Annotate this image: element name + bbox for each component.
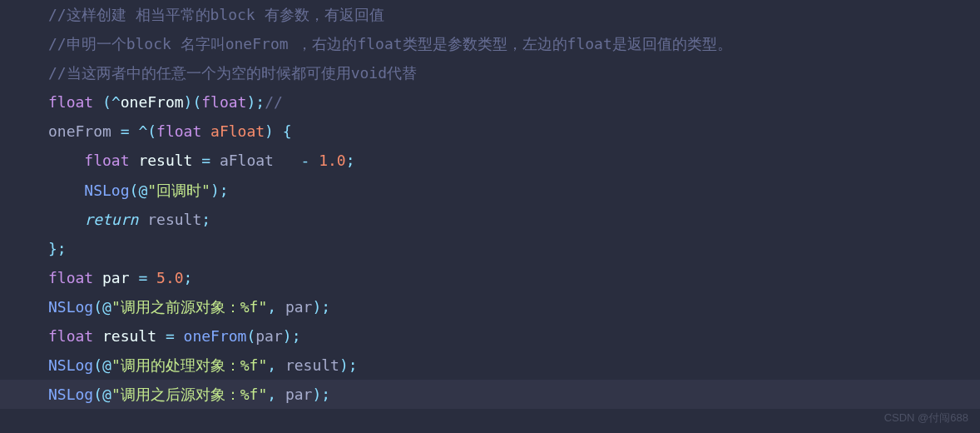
code-line: }; — [48, 234, 980, 263]
string: "调用之前源对象：%f" — [111, 298, 267, 316]
identifier: result — [130, 152, 202, 169]
text — [93, 93, 102, 111]
identifier: par — [255, 327, 283, 345]
space — [147, 269, 156, 286]
punct: )( — [184, 93, 202, 111]
string: "调用之后源对象：%f" — [111, 386, 267, 403]
operator: - — [300, 152, 309, 169]
operator: = — [138, 269, 147, 286]
identifier: oneFrom — [121, 93, 184, 111]
punct: ; — [184, 269, 193, 286]
identifier: result — [93, 327, 166, 345]
code-line: NSLog(@"回调时"); — [48, 176, 980, 205]
space — [175, 327, 184, 345]
punct: ; — [201, 211, 210, 228]
punct: }; — [48, 240, 67, 257]
code-line: oneFrom = ^(float aFloat) { — [48, 117, 980, 146]
code-line: //当这两者中的任意一个为空的时候都可使用void代替 — [48, 58, 980, 87]
operator: = — [201, 152, 210, 169]
function-call: NSLog — [84, 182, 129, 199]
keyword: float — [48, 269, 93, 286]
punct: ); — [283, 327, 301, 345]
function-call: NSLog — [48, 356, 93, 374]
punct: ); — [312, 298, 330, 316]
comment: // — [265, 93, 283, 111]
punct: , — [267, 386, 276, 403]
punct: , — [267, 356, 276, 374]
punct: ; — [346, 152, 355, 169]
identifier: result — [138, 211, 201, 228]
code-line: float (^oneFrom)(float);// — [48, 87, 980, 117]
identifier: result — [276, 356, 339, 374]
code-line: float result = aFloat - 1.0; — [48, 146, 980, 175]
punct: ) { — [265, 122, 292, 140]
identifier: aFloat — [210, 152, 300, 169]
param: aFloat — [201, 122, 265, 140]
comment: //申明一个block 名字叫oneFrom ，右边的float类型是参数类型，… — [48, 35, 732, 52]
code-line-highlighted: NSLog(@"调用之后源对象：%f", par); — [0, 380, 980, 409]
function-call: NSLog — [48, 298, 93, 316]
caret: ^ — [138, 122, 147, 140]
operator: = — [166, 327, 175, 345]
code-line: //申明一个block 名字叫oneFrom ，右边的float类型是参数类型，… — [48, 29, 980, 58]
identifier: par — [276, 386, 312, 403]
code-line: float result = oneFrom(par); — [48, 321, 980, 351]
operator: = — [111, 122, 139, 140]
keyword: float — [48, 327, 93, 345]
function-call: NSLog — [48, 386, 93, 403]
string: "回调时" — [147, 182, 210, 199]
at-sign: @ — [102, 298, 111, 316]
punct: ( — [93, 298, 102, 316]
punct: ( — [93, 386, 102, 403]
punct: ( — [93, 356, 102, 374]
at-sign: @ — [138, 182, 147, 199]
string: "调用的处理对象：%f" — [111, 356, 267, 374]
number: 1.0 — [319, 152, 346, 169]
code-line: NSLog(@"调用的处理对象：%f", result); — [48, 351, 980, 380]
function-call: oneFrom — [184, 327, 247, 345]
punct: ( — [130, 182, 139, 199]
code-line: //这样创建 相当平常的block 有参数，有返回值 — [48, 0, 980, 29]
punct: ); — [312, 386, 330, 403]
code-line: float par = 5.0; — [48, 263, 980, 292]
keyword: float — [201, 93, 246, 111]
identifier: par — [93, 269, 138, 286]
at-sign: @ — [102, 356, 111, 374]
keyword: float — [48, 93, 93, 111]
indent — [48, 152, 84, 169]
punct: ); — [210, 182, 229, 199]
punct: ); — [246, 93, 265, 111]
at-sign: @ — [102, 386, 111, 403]
comment: //这样创建 相当平常的block 有参数，有返回值 — [48, 6, 384, 23]
comment: //当这两者中的任意一个为空的时候都可使用void代替 — [48, 64, 417, 82]
identifier: par — [276, 298, 312, 316]
code-line: NSLog(@"调用之前源对象：%f", par); — [48, 292, 980, 321]
identifier: oneFrom — [48, 122, 111, 140]
space — [309, 152, 319, 169]
code-line: return result; — [48, 205, 980, 234]
keyword-return: return — [84, 211, 138, 228]
keyword: float — [156, 122, 201, 140]
keyword: float — [84, 152, 129, 169]
punct: ( — [147, 122, 156, 140]
watermark: CSDN @付闯688 — [884, 407, 968, 428]
number: 5.0 — [156, 269, 184, 286]
punct: ); — [339, 356, 358, 374]
caret: ^ — [111, 93, 121, 111]
punct: ( — [246, 327, 255, 345]
punct: ( — [102, 93, 111, 111]
punct: , — [267, 298, 276, 316]
indent — [48, 211, 84, 228]
indent — [48, 182, 84, 199]
